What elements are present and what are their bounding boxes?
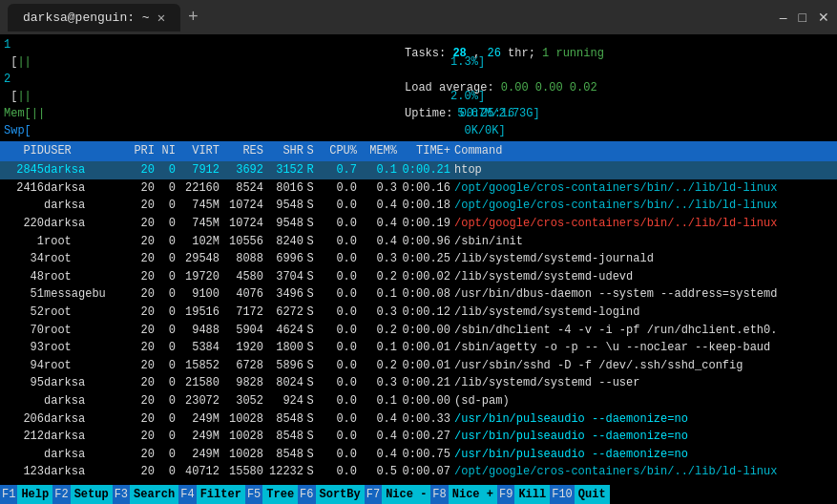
cell-mem: 0.3 [357,304,397,322]
table-row[interactable]: 94 root 20 0 15852 6728 5896 S 0.0 0.2 0… [0,357,837,375]
funckey-kill[interactable]: F9 Kill [497,485,550,504]
cell-user: darksa [44,197,122,215]
maximize-button[interactable]: □ [799,10,806,25]
cpu2-row: 2 [|| 2.0%] Load average: 0.00 0.00 0.02 [4,71,833,105]
cell-cpu: 0.0 [317,304,357,322]
cell-cpu: 0.0 [317,250,357,268]
cell-mem: 0.3 [357,250,397,268]
cell-res: 3692 [220,161,263,179]
cell-res: 7172 [220,304,263,322]
cell-s: S [303,322,317,340]
table-row[interactable]: 51 messagebu 20 0 9100 4076 3496 S 0.0 0… [0,285,837,304]
table-row[interactable]: 52 root 20 0 19516 7172 6272 S 0.0 0.3 0… [0,304,837,322]
close-button[interactable]: ✕ [818,10,829,25]
cell-mem: 0.5 [357,463,397,481]
funckey-help[interactable]: F1 Help [0,485,52,504]
funckey-nice +[interactable]: F8 Nice + [430,485,497,504]
table-row[interactable]: darksa 20 0 745M 10724 9548 S 0.0 0.4 0:… [0,197,837,215]
fkey-label-quit: Quit [575,485,610,504]
table-row[interactable]: 70 root 20 0 9488 5904 4624 S 0.0 0.2 0:… [0,322,837,340]
funckey-search[interactable]: F3 Search [113,485,179,504]
cell-pri: 20 [122,304,155,322]
cell-pri: 20 [122,374,155,392]
cell-virt: 9100 [176,285,220,304]
cell-pid: 34 [4,250,44,268]
cell-mem: 0.2 [357,268,397,286]
cell-shr: 4624 [263,322,303,340]
cell-mem: 0.4 [357,410,397,429]
funckey-filter[interactable]: F4 Filter [178,485,245,504]
cell-shr: 8548 [263,428,303,446]
cell-res: 5904 [220,322,263,340]
mem-bar: || [31,107,45,120]
cell-pri: 20 [122,357,155,375]
cell-pri: 20 [122,268,155,286]
terminal-tab[interactable]: darksa@penguin: ~ ✕ [8,4,180,32]
new-tab-button[interactable]: + [188,8,199,27]
funckey-nice -[interactable]: F7 Nice - [365,485,431,504]
cell-s: S [303,392,317,410]
tasks-run: 1 [542,47,549,60]
table-row[interactable]: 212 darksa 20 0 249M 10028 8548 S 0.0 0.… [0,428,837,446]
funckey-quit[interactable]: F10 Quit [550,485,609,504]
cell-pid [4,446,44,464]
cell-virt: 19516 [176,304,220,322]
cell-cpu: 0.0 [317,446,357,464]
cell-ni: 0 [155,233,176,251]
table-row[interactable]: darksa 20 0 23072 3052 924 S 0.0 0.1 0:0… [0,392,837,410]
cell-pid: 220 [4,215,44,233]
minimize-button[interactable]: – [780,10,787,25]
cell-pid: 70 [4,322,44,340]
header-shr: SHR [263,142,303,160]
cell-s: S [303,357,317,375]
cell-user: darksa [44,392,122,410]
fkey-label-kill: Kill [514,485,550,504]
cell-cmd: /lib/systemd/systemd-udevd [450,268,833,286]
cell-virt: 102M [176,233,220,251]
table-row[interactable]: 123 darksa 20 0 40712 15580 12232 S 0.0 … [0,463,837,481]
cell-shr: 6996 [263,250,303,268]
table-row[interactable]: darksa 20 0 249M 10028 8548 S 0.0 0.4 0:… [0,446,837,464]
tab-close-button[interactable]: ✕ [157,10,165,26]
process-table: 2845 darksa 20 0 7912 3692 3152 R 0.7 0.… [0,161,837,481]
terminal: 1 [|| 1.3%] Tasks: 28 , 26 thr; 1 runnin… [0,34,837,504]
table-row[interactable]: 34 root 20 0 29548 8088 6996 S 0.0 0.3 0… [0,250,837,268]
cell-cpu: 0.0 [317,339,357,357]
fkey-label-tree: Tree [262,485,298,504]
table-row[interactable]: 220 darksa 20 0 745M 10724 9548 S 0.0 0.… [0,215,837,233]
cell-res: 10556 [220,233,263,251]
cell-s: S [303,339,317,357]
cell-ni: 0 [155,268,176,286]
cell-cpu: 0.0 [317,410,357,429]
cell-res: 3052 [220,392,263,410]
load-val1: 0.00 [501,81,529,94]
cell-user: root [44,304,122,322]
cell-time: 0:00.08 [397,285,450,304]
table-row[interactable]: 95 darksa 20 0 21580 9828 8024 S 0.0 0.3… [0,374,837,392]
cell-mem: 0.3 [357,179,397,198]
funckey-tree[interactable]: F5 Tree [245,485,298,504]
cell-s: S [303,250,317,268]
cell-shr: 8016 [263,179,303,198]
cell-res: 10028 [220,446,263,464]
cell-cmd: /opt/google/cros-containers/bin/../lib/l… [450,197,833,215]
funckey-setup[interactable]: F2 Setup [52,485,112,504]
cell-shr: 5896 [263,357,303,375]
table-row[interactable]: 48 root 20 0 19720 4580 3704 S 0.0 0.2 0… [0,268,837,286]
cell-mem: 0.4 [357,428,397,446]
window-controls: – □ ✕ [780,10,829,25]
cell-s: S [303,268,317,286]
cell-cpu: 0.0 [317,374,357,392]
table-row[interactable]: 2416 darksa 20 0 22160 8524 8016 S 0.0 0… [0,179,837,198]
cell-cmd: /lib/systemd/systemd-logind [450,304,833,322]
cell-res: 10028 [220,428,263,446]
cell-cmd: /opt/google/cros-containers/bin/../lib/l… [450,215,833,233]
cell-shr: 8024 [263,374,303,392]
funckeys: F1 Help F2 Setup F3 Search F4 Filter F5 … [0,485,837,504]
table-row[interactable]: 93 root 20 0 5384 1920 1800 S 0.0 0.1 0:… [0,339,837,357]
table-row[interactable]: 1 root 20 0 102M 10556 8240 S 0.0 0.4 0:… [0,233,837,251]
funckey-sortby[interactable]: F6 SortBy [298,485,365,504]
table-row[interactable]: 2845 darksa 20 0 7912 3692 3152 R 0.7 0.… [0,161,837,179]
table-row[interactable]: 206 darksa 20 0 249M 10028 8548 S 0.0 0.… [0,410,837,429]
cell-mem: 0.4 [357,446,397,464]
